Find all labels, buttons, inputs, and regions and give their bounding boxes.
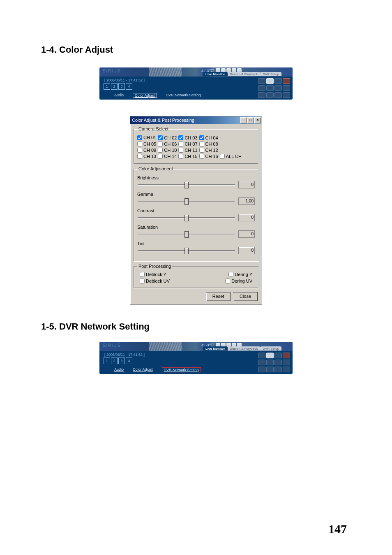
grid-btn[interactable] xyxy=(283,92,290,98)
color-adjust-dialog: Color Adjust & Post Processing _ □ × Cam… xyxy=(130,116,262,305)
grid-btn[interactable] xyxy=(274,78,282,84)
camera-checkbox[interactable]: CH 01 xyxy=(137,135,156,140)
brightness-value: 0 xyxy=(238,181,255,188)
camera-checkbox[interactable]: CH 09 xyxy=(137,148,156,153)
channel-num-3[interactable]: 3 xyxy=(118,83,125,90)
deblock-uv-label: Deblock UV xyxy=(146,279,170,283)
camera-checkbox[interactable]: CH 10 xyxy=(158,148,177,153)
channel-number-bar: 1 2 3 4 xyxy=(104,358,132,364)
decor-hatch xyxy=(149,67,182,77)
camera-checkbox[interactable]: CH 04 xyxy=(199,135,218,140)
color-adjust-link[interactable]: Color Adjust xyxy=(133,367,153,372)
grid-btn[interactable] xyxy=(258,85,265,91)
grid-btn[interactable] xyxy=(283,85,290,91)
camera-checkbox-label: CH 15 xyxy=(184,154,197,159)
toolstrip-1: SiRiUS 4:(-3℃) Live Monitor Search & Pla… xyxy=(99,67,293,100)
grid-btn[interactable] xyxy=(258,360,265,365)
close-button[interactable]: Close xyxy=(233,292,258,301)
camera-checkbox[interactable]: CH 16 xyxy=(199,154,218,159)
grid-btn[interactable] xyxy=(274,367,282,372)
channel-num-2[interactable]: 2 xyxy=(111,83,118,90)
page-number: 147 xyxy=(328,522,347,536)
color-adjust-link[interactable]: Color Adjust xyxy=(133,93,157,98)
tab-live-monitor[interactable]: Live Monitor xyxy=(203,72,228,76)
audio-link[interactable]: Audio xyxy=(114,93,124,98)
camera-checkbox[interactable]: CH 06 xyxy=(158,142,177,146)
grid-btn[interactable] xyxy=(266,92,274,98)
tab-dvr-setup[interactable]: DVR Setup xyxy=(260,346,281,351)
grid-btn[interactable] xyxy=(274,360,282,365)
minimize-button[interactable]: _ xyxy=(240,117,247,123)
grid-btn[interactable] xyxy=(258,78,265,84)
grid-btn[interactable] xyxy=(266,85,274,91)
grid-btn[interactable] xyxy=(274,92,282,98)
camera-checkbox[interactable]: CH 03 xyxy=(178,135,197,140)
camera-checkbox[interactable]: CH 13 xyxy=(137,154,156,159)
dialog-titlebar: Color Adjust & Post Processing _ □ × xyxy=(130,116,262,124)
camera-checkbox[interactable]: CH 07 xyxy=(178,142,197,146)
deblock-y-checkbox[interactable]: Deblock Y xyxy=(140,272,166,277)
grid-btn[interactable] xyxy=(283,78,290,84)
grid-btn[interactable] xyxy=(266,367,274,372)
channel-num-4[interactable]: 4 xyxy=(126,83,132,90)
camera-checkbox[interactable]: CH 15 xyxy=(178,154,197,159)
channel-num-1[interactable]: 1 xyxy=(104,83,110,90)
grid-btn[interactable] xyxy=(258,92,265,98)
channel-num-4[interactable]: 4 xyxy=(126,358,132,364)
tab-search-playback[interactable]: Search & Playback xyxy=(228,346,261,351)
dering-y-label: Dering Y xyxy=(235,272,252,277)
post-processing-legend: Post Processing xyxy=(137,264,172,269)
camera-checkbox-label: CH 01 xyxy=(143,135,156,140)
grid-btn[interactable] xyxy=(274,353,282,358)
camera-checkbox[interactable]: CH 12 xyxy=(199,148,218,153)
camera-checkbox-label: CH 10 xyxy=(164,148,177,153)
deblock-uv-checkbox[interactable]: Deblock UV xyxy=(140,279,170,283)
contrast-slider[interactable] xyxy=(137,214,236,221)
camera-checkbox[interactable]: CH 14 xyxy=(158,154,177,159)
camera-checkbox-label: CH 06 xyxy=(164,142,177,146)
camera-checkbox[interactable]: CH 02 xyxy=(158,135,177,140)
dering-uv-checkbox[interactable]: Dering UV xyxy=(225,279,252,283)
reset-button[interactable]: Reset xyxy=(206,292,231,301)
tab-dvr-setup[interactable]: DVR Setup xyxy=(260,72,281,76)
camera-checkbox-label: CH 04 xyxy=(205,135,218,140)
camera-checkbox-label: CH 09 xyxy=(143,148,156,153)
camera-checkbox-label: CH 05 xyxy=(143,142,156,146)
dvr-network-setting-link[interactable]: DVR Network Setting xyxy=(162,367,201,372)
camera-checkbox[interactable]: CH 08 xyxy=(199,142,218,146)
dering-y-checkbox[interactable]: Dering Y xyxy=(228,272,252,277)
tint-slider[interactable] xyxy=(137,247,236,254)
tint-value: 0 xyxy=(238,247,255,254)
channel-num-3[interactable]: 3 xyxy=(118,358,125,364)
camera-select-group: Camera Select CH 01CH 02CH 03CH 04CH 05C… xyxy=(134,126,258,164)
close-window-button[interactable]: × xyxy=(254,117,261,123)
tab-live-monitor[interactable]: Live Monitor xyxy=(203,346,228,351)
camera-checkbox[interactable]: ALL CH xyxy=(220,154,242,159)
channel-num-1[interactable]: 1 xyxy=(104,358,110,364)
grid-btn[interactable] xyxy=(266,360,274,365)
grid-btn[interactable] xyxy=(283,353,290,358)
gamma-slider[interactable] xyxy=(137,197,236,205)
right-button-grid xyxy=(258,353,290,372)
brightness-slider[interactable] xyxy=(137,181,236,188)
dvr-network-setting-link[interactable]: DVR Network Setting xyxy=(166,93,201,98)
camera-checkbox[interactable]: CH 11 xyxy=(178,148,197,153)
grid-btn[interactable] xyxy=(283,360,290,365)
section-heading-1: 1-4. Color Adjust xyxy=(41,44,351,55)
grid-btn[interactable] xyxy=(283,367,290,372)
saturation-slider[interactable] xyxy=(137,230,236,238)
grid-btn[interactable] xyxy=(258,367,265,372)
grid-btn[interactable] xyxy=(266,78,274,84)
camera-checkbox[interactable]: CH 05 xyxy=(137,142,156,146)
maximize-button[interactable]: □ xyxy=(247,117,254,123)
channel-num-2[interactable]: 2 xyxy=(111,358,118,364)
tab-search-playback[interactable]: Search & Playback xyxy=(228,72,261,76)
timestamp: [ 2006/06/11 - 17:41:52 ] xyxy=(104,353,145,357)
color-adjustment-legend: Color Adjustment xyxy=(137,166,174,171)
grid-btn[interactable] xyxy=(258,353,265,358)
grid-btn[interactable] xyxy=(266,353,274,358)
slider-label: Contrast xyxy=(137,208,255,213)
camera-checkbox-label: CH 07 xyxy=(184,142,197,146)
audio-link[interactable]: Audio xyxy=(114,367,124,372)
grid-btn[interactable] xyxy=(274,85,282,91)
